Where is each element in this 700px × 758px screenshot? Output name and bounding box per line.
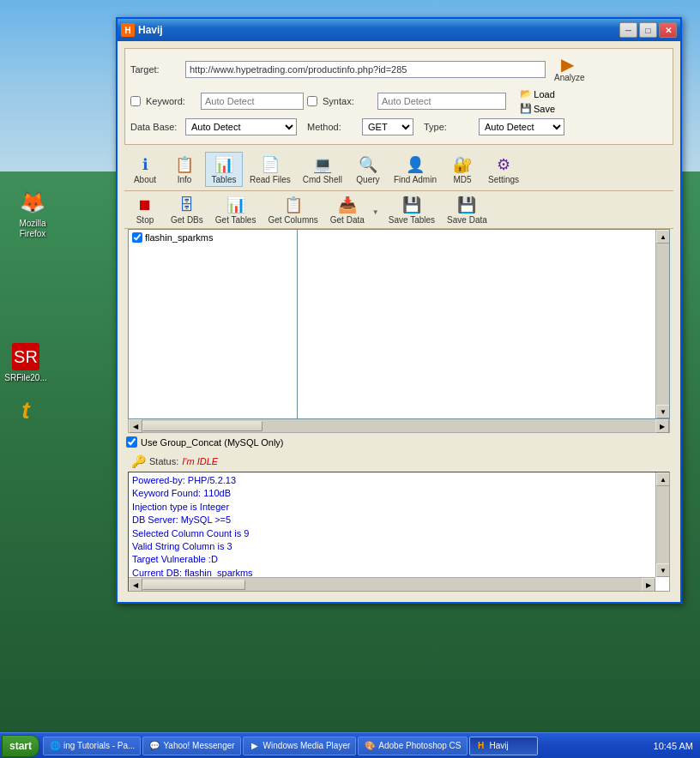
find-admin-label: Find Admin	[394, 175, 437, 184]
log-hscrollbar: ◀ ▶	[129, 577, 655, 591]
taskbar-item-photoshop[interactable]: 🎨 Adobe Photoshop CS	[358, 737, 467, 755]
save-tables-icon: 💾	[401, 195, 422, 215]
stop-label: Stop	[136, 215, 154, 225]
settings-icon: ⚙	[493, 154, 514, 175]
get-data-dropdown[interactable]: ▼	[370, 203, 382, 216]
minimize-button[interactable]: ─	[619, 22, 637, 38]
find-admin-icon: 👤	[405, 154, 425, 175]
taskbar-wmp-icon: ▶	[249, 740, 261, 752]
get-columns-button[interactable]: 📋 Get Columns	[262, 193, 323, 226]
get-tables-button[interactable]: 📊 Get Tables	[210, 193, 262, 226]
window-content: Target: ▶ Analyze Keyword: Syntax:	[118, 41, 680, 602]
taskbar-item-yahoo[interactable]: 💬 Yahoo! Messenger	[142, 737, 240, 755]
scroll-down-btn[interactable]: ▼	[656, 405, 670, 418]
load-label: Load	[534, 89, 554, 99]
query-label: Query	[356, 175, 379, 184]
taskbar-photoshop-label: Adobe Photoshop CS	[378, 741, 461, 750]
target-input[interactable]	[185, 61, 546, 78]
syntax-input[interactable]	[377, 93, 506, 110]
save-data-icon: 💾	[456, 195, 477, 215]
db-name: flashin_sparkms	[145, 232, 213, 243]
method-label: Method:	[307, 122, 359, 132]
start-label: start	[9, 740, 32, 752]
method-select[interactable]: GET	[362, 118, 413, 135]
tables-label: Tables	[212, 175, 237, 184]
save-tables-button[interactable]: 💾 Save Tables	[383, 193, 440, 226]
settings-button[interactable]: ⚙ Settings	[483, 153, 524, 186]
type-label: Type:	[424, 122, 475, 132]
get-dbs-button[interactable]: 🗄 Get DBs	[166, 193, 208, 226]
taskbar-yahoo-label: Yahoo! Messenger	[163, 741, 234, 750]
firefox-icon[interactable]: 🦊 Mozilla Firefox	[7, 189, 58, 239]
log-vtrack	[656, 486, 669, 563]
db-list-item: flashin_sparkms	[130, 232, 295, 244]
about-label: About	[134, 175, 156, 184]
log-hscroll-right[interactable]: ▶	[642, 578, 655, 592]
settings-label: Settings	[488, 175, 519, 184]
hscroll-right-btn[interactable]: ▶	[655, 419, 669, 433]
keyword-label: Keyword:	[146, 96, 197, 106]
desktop: 🦊 Mozilla Firefox SR SRFile20... t H Hav…	[0, 0, 700, 758]
db-checkbox-flashin[interactable]	[132, 232, 142, 243]
query-button[interactable]: 🔍 Query	[349, 153, 387, 186]
query-icon: 🔍	[358, 154, 378, 175]
type-select[interactable]: Auto Detect	[479, 118, 564, 135]
taskbar-item-tutorials[interactable]: 🌐 ing Tutorials - Pa...	[43, 737, 141, 755]
keyword-input[interactable]	[201, 93, 304, 110]
analyze-button[interactable]: ▶ Analyze	[549, 54, 590, 84]
left-panel: flashin_sparkms	[128, 229, 297, 419]
maximize-button[interactable]: □	[639, 22, 657, 38]
stop-button[interactable]: ⏹ Stop	[126, 193, 164, 226]
info-button[interactable]: 📋 Info	[166, 153, 203, 186]
t-icon[interactable]: t	[0, 397, 51, 427]
window-title: Havij	[138, 24, 619, 36]
toolbar1: ℹ About 📋 Info 📊 Tables 📄 Read Files 💻	[124, 148, 673, 191]
get-columns-label: Get Columns	[268, 215, 317, 225]
database-select[interactable]: Auto Detect	[185, 118, 297, 135]
taskbar-photoshop-icon: 🎨	[364, 740, 376, 752]
scroll-track-v	[656, 244, 669, 405]
keyword-checkbox[interactable]	[130, 96, 141, 106]
taskbar-items: 🌐 ing Tutorials - Pa... 💬 Yahoo! Messeng…	[39, 733, 647, 758]
get-tables-label: Get Tables	[215, 215, 256, 225]
taskbar-item-wmp[interactable]: ▶ Windows Media Player	[243, 737, 357, 755]
get-data-button[interactable]: 📥 Get Data	[325, 193, 370, 226]
save-icon: 💾	[520, 103, 532, 114]
taskbar-item-havij[interactable]: H Havij	[469, 737, 538, 755]
md5-button[interactable]: 🔐 MD5	[444, 153, 481, 186]
start-button[interactable]: start	[2, 735, 39, 757]
about-icon: ℹ	[135, 154, 155, 175]
log-line-7: Target Vulnerable :D	[132, 553, 654, 566]
scroll-up-btn[interactable]: ▲	[656, 230, 670, 244]
log-line-1: Powered-by: PHP/5.2.13	[132, 474, 654, 487]
syntax-checkbox[interactable]	[307, 96, 317, 106]
srfile-icon[interactable]: SR SRFile20...	[0, 343, 51, 383]
group-concat-checkbox[interactable]	[126, 436, 137, 448]
group-concat-area: Use Group_Concat (MySQL Only)	[124, 433, 673, 451]
hscroll-thumb[interactable]	[142, 421, 262, 431]
save-data-button[interactable]: 💾 Save Data	[442, 193, 492, 226]
log-hthumb[interactable]	[142, 580, 245, 590]
about-button[interactable]: ℹ About	[126, 153, 164, 186]
read-files-icon: 📄	[260, 154, 281, 175]
log-vscrollbar: ▲ ▼	[655, 472, 669, 577]
find-admin-button[interactable]: 👤 Find Admin	[389, 153, 442, 186]
save-button[interactable]: 💾 Save	[516, 102, 558, 115]
load-button[interactable]: 📂 Load	[516, 87, 558, 100]
right-panel-content	[298, 230, 669, 418]
log-scroll-up[interactable]: ▲	[656, 472, 670, 486]
get-data-wrap: 📥 Get Data ▼	[325, 193, 382, 226]
group-concat-label: Use Group_Concat (MySQL Only)	[141, 437, 283, 448]
cmd-shell-button[interactable]: 💻 Cmd Shell	[298, 153, 347, 186]
panels-row: flashin_sparkms ▲ ▼	[128, 229, 670, 419]
log-area[interactable]: Powered-by: PHP/5.2.13 Keyword Found: 11…	[128, 472, 670, 592]
tables-button[interactable]: 📊 Tables	[205, 152, 243, 187]
hscroll-left-btn[interactable]: ◀	[129, 419, 142, 433]
log-hscroll-left[interactable]: ◀	[129, 578, 142, 592]
read-files-button[interactable]: 📄 Read Files	[244, 153, 296, 186]
log-line-6: Valid String Column is 3	[132, 540, 654, 553]
taskbar-yahoo-icon: 💬	[148, 740, 160, 752]
close-button[interactable]: ✕	[659, 22, 677, 38]
get-data-icon: 📥	[337, 195, 358, 215]
log-scroll-down[interactable]: ▼	[656, 563, 670, 577]
